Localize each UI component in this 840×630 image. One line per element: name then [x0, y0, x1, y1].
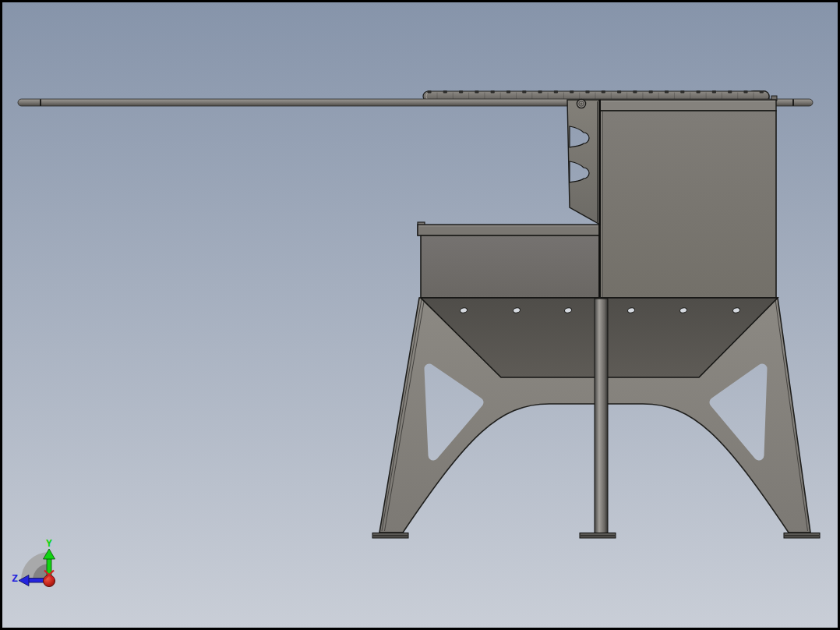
rail-tick	[491, 90, 495, 93]
rail-tick	[554, 90, 558, 93]
rail-tick	[443, 90, 447, 93]
firebox[interactable]	[600, 96, 777, 298]
cad-canvas[interactable]: Y Z	[0, 0, 840, 630]
side-shelf[interactable]	[418, 222, 599, 298]
rail-tick	[743, 90, 747, 93]
z-axis-label: Z	[12, 572, 18, 584]
x-axis-origin-sphere	[44, 575, 55, 587]
rail-tick	[617, 90, 621, 93]
rail-tick	[665, 90, 669, 93]
rail-tick	[649, 90, 653, 93]
height-bracket[interactable]	[567, 99, 600, 225]
center-leg-bar[interactable]	[595, 299, 608, 533]
rail-tick	[712, 90, 716, 93]
center-leg[interactable]	[595, 299, 608, 533]
rail-tick	[680, 90, 684, 93]
bracket-bolt-center	[581, 103, 583, 105]
shelf-face[interactable]	[421, 235, 599, 298]
rail-tick	[459, 90, 463, 93]
rail-tick	[506, 90, 510, 93]
rail-tick	[728, 90, 732, 93]
rail-tick	[522, 90, 526, 93]
rail-tick	[760, 90, 764, 93]
rail-tick	[697, 90, 701, 93]
y-axis-label: Y	[46, 537, 52, 549]
rail-tick	[633, 90, 637, 93]
cad-stage: Y Z	[0, 0, 840, 630]
rail-tick	[570, 90, 574, 93]
rail-tick	[475, 90, 478, 93]
rail-tick	[585, 90, 589, 93]
firebox-face[interactable]	[600, 111, 776, 298]
rail-tick	[538, 90, 542, 93]
rail-tick	[602, 90, 605, 93]
rail-tick	[427, 90, 431, 93]
